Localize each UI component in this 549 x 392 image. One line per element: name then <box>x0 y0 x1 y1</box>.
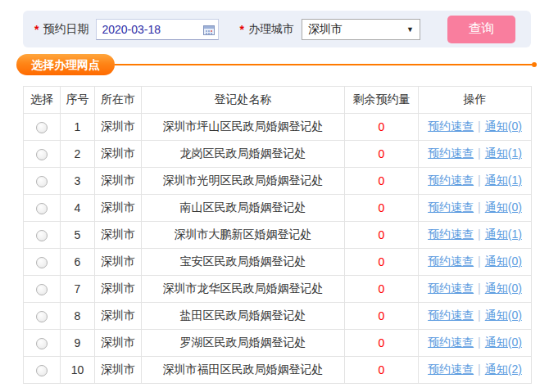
branch-table-body: 1 深圳市 深圳市坪山区民政局婚姻登记处 0 预约速查|通知(0) 2 深圳市 … <box>24 114 532 384</box>
remaining-count: 0 <box>345 168 419 195</box>
row-city: 深圳市 <box>95 141 142 168</box>
calendar-icon[interactable] <box>203 25 215 35</box>
table-row: 2 深圳市 龙岗区民政局婚姻登记处 0 预约速查|通知(1) <box>24 141 532 168</box>
remaining-count: 0 <box>345 303 419 330</box>
table-row: 1 深圳市 深圳市坪山区民政局婚姻登记处 0 预约速查|通知(0) <box>24 114 532 141</box>
remaining-count: 0 <box>345 276 419 303</box>
select-cell <box>24 303 61 330</box>
select-cell <box>24 276 61 303</box>
registry-name: 盐田区民政局婚姻登记处 <box>142 303 345 330</box>
city-label: 办理城市 <box>248 22 294 37</box>
select-cell <box>24 249 61 276</box>
city-select-value: 深圳市 <box>308 22 343 37</box>
branch-radio[interactable] <box>36 230 48 241</box>
notice-link[interactable]: 通知(0) <box>485 336 522 349</box>
notice-link[interactable]: 通知(0) <box>485 309 522 322</box>
notice-link[interactable]: 通知(1) <box>485 146 522 160</box>
remaining-count: 0 <box>345 114 419 141</box>
row-city: 深圳市 <box>95 114 142 141</box>
query-button[interactable]: 查询 <box>447 16 515 43</box>
query-panel: * 预约日期 * 办理城市 深圳市 ▼ 查询 <box>23 11 531 47</box>
notice-link[interactable]: 通知(1) <box>485 173 522 187</box>
table-row: 3 深圳市 深圳市光明区民政局婚姻登记处 0 预约速查|通知(1) <box>24 168 532 195</box>
link-separator: | <box>478 282 481 295</box>
table-row: 9 深圳市 罗湖区民政局婚姻登记处 0 预约速查|通知(0) <box>24 330 532 357</box>
required-asterisk: * <box>239 23 243 36</box>
date-field-wrap <box>96 19 219 40</box>
link-separator: | <box>478 336 481 349</box>
header-actions: 操作 <box>419 87 532 114</box>
quick-check-link[interactable]: 预约速查 <box>428 228 474 241</box>
branch-radio[interactable] <box>36 149 48 160</box>
actions-cell: 预约速查|通知(0) <box>419 249 532 276</box>
row-index: 1 <box>61 114 95 141</box>
row-city: 深圳市 <box>95 195 142 222</box>
branch-radio[interactable] <box>36 284 48 295</box>
link-separator: | <box>478 201 481 214</box>
branch-radio[interactable] <box>36 338 48 349</box>
notice-link[interactable]: 通知(1) <box>485 228 522 241</box>
select-cell <box>24 330 61 357</box>
select-cell <box>24 195 61 222</box>
row-index: 4 <box>61 195 95 222</box>
row-city: 深圳市 <box>95 168 142 195</box>
row-index: 6 <box>61 249 95 276</box>
row-city: 深圳市 <box>95 249 142 276</box>
quick-check-link[interactable]: 预约速查 <box>428 309 474 322</box>
branch-radio[interactable] <box>36 311 48 322</box>
quick-check-link[interactable]: 预约速查 <box>428 336 474 349</box>
notice-link[interactable]: 通知(0) <box>485 119 522 133</box>
table-header-row: 选择 序号 所在市 登记处名称 剩余预约量 操作 <box>24 87 532 114</box>
notice-link[interactable]: 通知(2) <box>485 363 522 376</box>
registry-name: 深圳市大鹏新区婚姻登记处 <box>142 222 345 249</box>
date-label: 预约日期 <box>43 22 88 37</box>
branch-radio[interactable] <box>36 365 48 376</box>
appointment-date-input[interactable] <box>96 19 219 40</box>
select-cell <box>24 141 61 168</box>
notice-link[interactable]: 通知(0) <box>485 255 522 268</box>
actions-cell: 预约速查|通知(1) <box>419 141 532 168</box>
select-cell <box>24 357 61 384</box>
branch-radio[interactable] <box>36 203 48 214</box>
remaining-count: 0 <box>345 195 419 222</box>
link-separator: | <box>478 119 481 133</box>
remaining-count: 0 <box>345 249 419 276</box>
actions-cell: 预约速查|通知(0) <box>419 330 532 357</box>
branch-radio[interactable] <box>36 257 48 268</box>
table-row: 10 深圳市 深圳市福田区民政局婚姻登记处 0 预约速查|通知(2) <box>24 357 532 384</box>
row-index: 2 <box>61 141 95 168</box>
table-row: 7 深圳市 深圳市龙华区民政局婚姻登记处 0 预约速查|通知(0) <box>24 276 532 303</box>
table-row: 5 深圳市 深圳市大鹏新区婚姻登记处 0 预约速查|通知(1) <box>24 222 532 249</box>
branch-radio[interactable] <box>36 176 48 187</box>
row-city: 深圳市 <box>95 222 142 249</box>
row-index: 8 <box>61 303 95 330</box>
quick-check-link[interactable]: 预约速查 <box>428 119 474 133</box>
row-city: 深圳市 <box>95 357 142 384</box>
registry-name: 深圳市福田区民政局婚姻登记处 <box>142 357 345 384</box>
branch-radio[interactable] <box>36 122 48 133</box>
required-asterisk: * <box>34 23 39 36</box>
quick-check-link[interactable]: 预约速查 <box>428 282 474 295</box>
actions-cell: 预约速查|通知(1) <box>419 168 532 195</box>
header-remaining: 剩余预约量 <box>345 87 419 114</box>
registry-name: 宝安区民政局婚姻登记处 <box>142 249 345 276</box>
registry-name: 深圳市坪山区民政局婚姻登记处 <box>142 114 345 141</box>
header-index: 序号 <box>61 87 95 114</box>
quick-check-link[interactable]: 预约速查 <box>428 201 474 214</box>
chevron-down-icon: ▼ <box>406 25 414 34</box>
quick-check-link[interactable]: 预约速查 <box>428 173 474 187</box>
row-index: 9 <box>61 330 95 357</box>
actions-cell: 预约速查|通知(0) <box>419 114 532 141</box>
actions-cell: 预约速查|通知(0) <box>419 195 532 222</box>
notice-link[interactable]: 通知(0) <box>485 201 522 214</box>
quick-check-link[interactable]: 预约速查 <box>428 146 474 160</box>
row-index: 3 <box>61 168 95 195</box>
quick-check-link[interactable]: 预约速查 <box>428 255 474 268</box>
notice-link[interactable]: 通知(0) <box>485 282 522 295</box>
quick-check-link[interactable]: 预约速查 <box>428 363 474 376</box>
link-separator: | <box>478 309 481 322</box>
header-city: 所在市 <box>95 87 142 114</box>
city-select[interactable]: 深圳市 ▼ <box>302 19 420 40</box>
link-separator: | <box>478 146 481 160</box>
branch-table: 选择 序号 所在市 登记处名称 剩余预约量 操作 1 深圳市 深圳市坪山区民政局… <box>23 86 532 384</box>
